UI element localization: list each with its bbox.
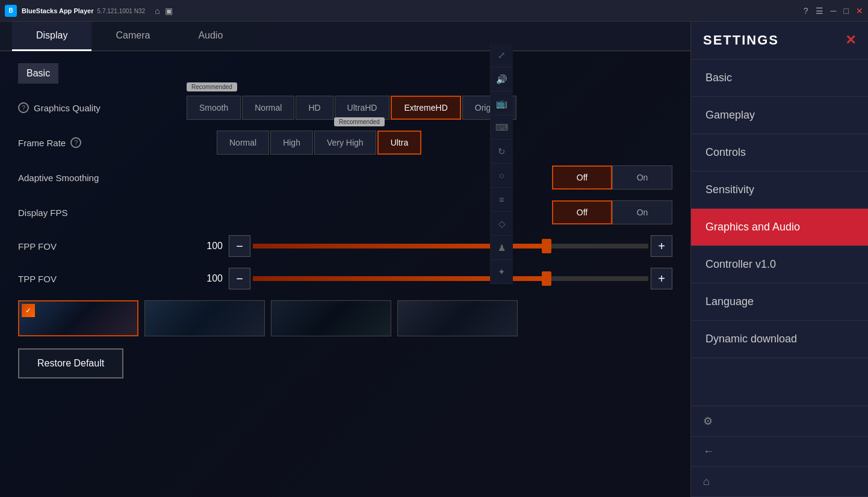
- sidebar-settings-icon[interactable]: ⚙: [691, 406, 868, 437]
- frame-rate-help-icon[interactable]: ?: [70, 137, 81, 148]
- fpp-fov-thumb[interactable]: [542, 239, 551, 253]
- gq-ultrahd-btn[interactable]: UltraHD: [335, 96, 390, 120]
- thumbnail-1[interactable]: ✓: [18, 300, 138, 336]
- person-icon[interactable]: ♟: [491, 236, 513, 260]
- settings-panel: Display Camera Audio Basic: [0, 22, 690, 497]
- menu-btn[interactable]: ☰: [816, 6, 823, 16]
- fpp-fov-plus-btn[interactable]: +: [651, 235, 672, 257]
- fpp-fov-value: 100: [187, 241, 223, 252]
- adaptive-smoothing-off-btn[interactable]: Off: [552, 165, 612, 190]
- gq-recommended-badge: Recommended: [187, 82, 237, 91]
- frame-rate-row: Frame Rate ? Recommended Normal High Ver…: [18, 131, 672, 155]
- display-fps-label: Display FPS: [18, 208, 187, 218]
- sidebar-footer: ⚙ ← ⌂: [691, 406, 868, 497]
- thumbnail-3-bg: [271, 301, 391, 336]
- sidebar-nav: Basic Gameplay Controls Sensitivity Grap…: [691, 60, 868, 406]
- fpp-fov-label: FPP FOV: [18, 241, 187, 252]
- close-btn[interactable]: ✕: [856, 6, 863, 16]
- fpp-fov-minus-btn[interactable]: −: [229, 235, 250, 257]
- thumbnail-1-check: ✓: [22, 304, 35, 317]
- adaptive-smoothing-row: Adaptive Smoothing Off On: [18, 165, 672, 190]
- settings-content: Basic ? Graphics Quality Recommended Smo…: [0, 51, 690, 497]
- display-fps-row: Display FPS Off On: [18, 200, 672, 224]
- bs-icon-strip: ⤢ 🔊 📺 ⌨ ↻ ○ ≡ ◇ ♟ ✦: [490, 43, 513, 284]
- display-icon[interactable]: 📺: [491, 91, 513, 116]
- tpp-fov-label: TPP FOV: [18, 274, 187, 284]
- tpp-fov-track[interactable]: [253, 276, 648, 281]
- fr-high-btn[interactable]: High: [270, 131, 313, 155]
- section-basic-header: Basic: [18, 63, 58, 84]
- thumbnails-row: ✓: [18, 300, 672, 342]
- thumbnail-4-bg: [398, 301, 517, 336]
- frame-rate-label: Frame Rate ?: [18, 137, 187, 148]
- thumbnail-1-bg: [19, 301, 137, 335]
- settings-tabs: Display Camera Audio: [0, 22, 690, 51]
- maximize-btn[interactable]: □: [844, 6, 849, 16]
- gq-normal-btn[interactable]: Normal: [242, 96, 294, 120]
- circle-icon[interactable]: ○: [491, 164, 513, 188]
- frame-rate-options: Recommended Normal High Very High Ultra: [217, 131, 421, 155]
- thumbnail-2-bg: [145, 301, 264, 336]
- fr-ultra-btn[interactable]: Ultra: [377, 131, 422, 155]
- sidebar-item-sensitivity[interactable]: Sensitivity: [691, 171, 868, 209]
- display-fps-on-btn[interactable]: On: [612, 200, 672, 224]
- help-circle-icon[interactable]: ?: [18, 102, 29, 113]
- right-sidebar: SETTINGS ✕ Basic Gameplay Controls Sensi…: [690, 22, 868, 497]
- fr-recommended-badge: Recommended: [334, 117, 385, 126]
- sidebar-item-basic[interactable]: Basic: [691, 60, 868, 97]
- layers-icon[interactable]: ≡: [491, 188, 513, 212]
- sidebar-title: SETTINGS: [703, 32, 779, 48]
- fr-normal-btn[interactable]: Normal: [217, 131, 269, 155]
- sidebar-item-controller[interactable]: Controller v1.0: [691, 246, 868, 283]
- sidebar-item-graphics-audio[interactable]: Graphics and Audio: [691, 209, 868, 246]
- shield-icon[interactable]: ◇: [491, 212, 513, 236]
- title-bar: B BlueStacks App Player 5.7.121.1001 N32…: [0, 0, 868, 22]
- sidebar-close-btn[interactable]: ✕: [845, 32, 856, 48]
- adaptive-smoothing-toggle: Off On: [552, 165, 672, 190]
- minimize-btn[interactable]: ─: [831, 6, 837, 16]
- help-btn[interactable]: ?: [804, 6, 808, 16]
- fpp-fov-track[interactable]: [253, 244, 648, 248]
- tpp-fov-plus-btn[interactable]: +: [651, 268, 672, 289]
- app-title: BlueStacks App Player 5.7.121.1001 N32: [22, 7, 145, 14]
- gq-hd-btn[interactable]: HD: [296, 96, 333, 120]
- sidebar-item-gameplay[interactable]: Gameplay: [691, 97, 868, 134]
- graphics-quality-options: Recommended Smooth Normal HD UltraHD Ext…: [187, 96, 516, 120]
- keyboard-icon[interactable]: ⌨: [491, 116, 513, 140]
- home-nav-icon[interactable]: ⌂: [155, 6, 160, 16]
- thumbnail-3[interactable]: [271, 300, 391, 336]
- adaptive-smoothing-on-btn[interactable]: On: [612, 165, 672, 190]
- tab-audio[interactable]: Audio: [174, 22, 247, 51]
- thumbnail-2[interactable]: [144, 300, 265, 336]
- graphics-quality-label: ? Graphics Quality: [18, 102, 187, 113]
- expand-icon[interactable]: ⤢: [491, 43, 513, 67]
- app-logo: B: [5, 5, 17, 17]
- tpp-fov-row: TPP FOV 100 − +: [18, 268, 672, 289]
- sidebar-home-icon[interactable]: ⌂: [691, 467, 868, 497]
- tab-display[interactable]: Display: [12, 22, 91, 51]
- fpp-fov-row: FPP FOV 100 − +: [18, 235, 672, 257]
- display-fps-toggle: Off On: [552, 200, 672, 224]
- tpp-fov-minus-btn[interactable]: −: [229, 268, 250, 289]
- star-icon[interactable]: ✦: [491, 260, 513, 284]
- sidebar-header: SETTINGS ✕: [691, 22, 868, 60]
- gq-smooth-btn[interactable]: Smooth: [187, 96, 241, 120]
- restore-default-btn[interactable]: Restore Default: [18, 348, 123, 378]
- volume-icon[interactable]: 🔊: [491, 67, 513, 91]
- display-fps-off-btn[interactable]: Off: [552, 200, 612, 224]
- sidebar-item-controls[interactable]: Controls: [691, 134, 868, 171]
- tpp-fov-value: 100: [187, 273, 223, 284]
- gq-extremehd-btn[interactable]: ExtremeHD: [391, 96, 460, 120]
- tab-camera[interactable]: Camera: [91, 22, 174, 51]
- sidebar-item-language[interactable]: Language: [691, 283, 868, 321]
- thumbnail-4[interactable]: [397, 300, 518, 336]
- tpp-fov-thumb[interactable]: [542, 271, 551, 286]
- main-content: Display Camera Audio Basic: [0, 22, 868, 497]
- adaptive-smoothing-label: Adaptive Smoothing: [18, 173, 187, 183]
- sidebar-arrow-icon[interactable]: ←: [691, 437, 868, 467]
- refresh-icon[interactable]: ↻: [491, 140, 513, 164]
- nav-buttons: ⌂ ▣: [155, 6, 172, 16]
- sidebar-item-dynamic-download[interactable]: Dynamic download: [691, 321, 868, 358]
- clone-nav-icon[interactable]: ▣: [165, 6, 173, 16]
- fr-veryhigh-btn[interactable]: Very High: [314, 131, 376, 155]
